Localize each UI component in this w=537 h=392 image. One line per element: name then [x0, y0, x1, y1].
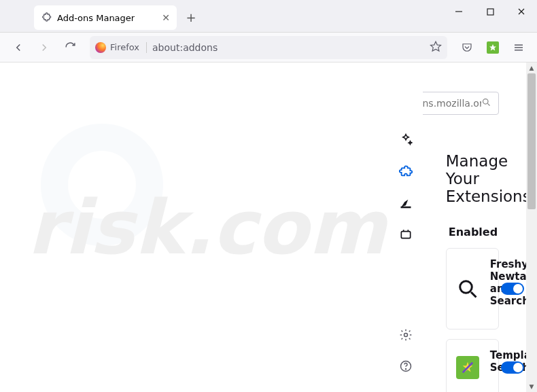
svg-line-18 — [471, 292, 477, 298]
identity-label: Firefox — [110, 42, 139, 52]
search-icon — [481, 97, 491, 109]
extension-card[interactable]: Freshy Newtab and Search This add-on req… — [446, 248, 499, 329]
scrollbar-thumb[interactable] — [527, 73, 536, 209]
svg-point-11 — [404, 334, 407, 337]
browser-tab[interactable]: Add-ons Manager ✕ — [34, 5, 177, 30]
scroll-up-icon[interactable]: ▲ — [526, 63, 537, 73]
minimize-button[interactable] — [443, 0, 474, 23]
firefox-icon — [95, 42, 106, 53]
svg-point-14 — [483, 99, 489, 105]
extension-badge-icon — [487, 41, 499, 54]
back-button[interactable] — [7, 36, 30, 59]
enabled-section-title: Enabled — [449, 226, 499, 238]
plugins-category[interactable] — [396, 224, 415, 243]
help-button[interactable] — [396, 357, 415, 376]
addons-search-box[interactable] — [423, 92, 499, 115]
page-title: Manage Your Extensions — [446, 152, 526, 205]
category-sidebar — [389, 63, 423, 392]
bookmark-star-icon[interactable] — [430, 40, 442, 55]
svg-marker-4 — [431, 41, 441, 51]
extension-badge-button[interactable] — [481, 36, 504, 59]
titlebar: Add-ons Manager ✕ + — [0, 0, 537, 33]
addons-search-input[interactable] — [423, 98, 481, 109]
identity-box[interactable]: Firefox — [95, 42, 147, 53]
app-menu-button[interactable] — [507, 36, 530, 59]
new-tab-button[interactable]: + — [181, 7, 201, 27]
close-window-button[interactable] — [506, 0, 537, 23]
themes-category[interactable] — [396, 193, 415, 212]
window-controls — [443, 0, 537, 23]
magnifier-icon — [456, 277, 479, 300]
url-text: about:addons — [152, 42, 218, 53]
puzzle-icon — [41, 12, 52, 24]
addons-settings-button[interactable] — [396, 325, 415, 344]
main-panel: Find more add-ons Manage Your Extensions… — [423, 63, 526, 392]
reload-button[interactable] — [58, 36, 82, 59]
svg-rect-10 — [401, 232, 410, 238]
pocket-button[interactable] — [455, 36, 479, 59]
svg-point-17 — [460, 281, 472, 293]
extensions-category[interactable] — [396, 162, 415, 181]
svg-rect-1 — [487, 9, 493, 15]
recommendations-category[interactable] — [396, 130, 415, 149]
svg-rect-9 — [400, 207, 411, 209]
tab-title: Add-ons Manager — [57, 13, 135, 23]
maximize-button[interactable] — [474, 0, 506, 23]
toolbar: Firefox about:addons — [0, 33, 537, 63]
url-bar[interactable]: Firefox about:addons — [90, 36, 447, 59]
forward-button[interactable] — [33, 36, 56, 59]
extension-card[interactable]: Template Search This add-on requests per… — [446, 339, 499, 392]
svg-marker-5 — [489, 44, 496, 51]
scroll-down-icon[interactable]: ▼ — [526, 381, 537, 392]
template-search-icon — [456, 356, 479, 379]
enable-toggle[interactable] — [501, 283, 524, 295]
tab-close-button[interactable]: ✕ — [162, 12, 170, 23]
svg-line-15 — [487, 103, 489, 105]
scrollbar[interactable]: ▲ ▼ — [526, 63, 537, 392]
svg-point-13 — [405, 369, 406, 370]
enable-toggle[interactable] — [501, 361, 524, 374]
watermark: risk.com — [0, 63, 359, 392]
